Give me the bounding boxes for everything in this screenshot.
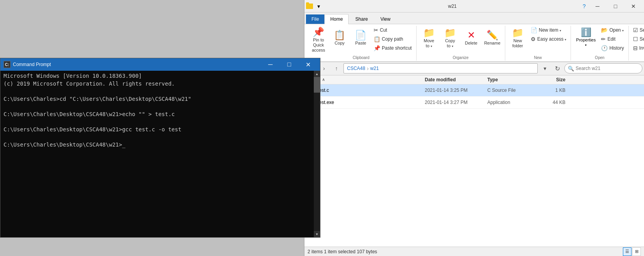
invert-selection-button[interactable]: ⊟ Invert selection bbox=[631, 44, 644, 52]
move-to-button[interactable]: 📁 Moveto ▾ bbox=[419, 26, 439, 51]
copy-to-button[interactable]: 📁 Copyto ▾ bbox=[440, 26, 460, 51]
cmd-scroll-track[interactable] bbox=[314, 77, 320, 231]
tab-share[interactable]: Share bbox=[349, 14, 374, 24]
new-folder-label: Newfolder bbox=[512, 38, 523, 48]
file-row-test-c[interactable]: C test.c 2021-01-14 3:25 PM C Source Fil… bbox=[304, 84, 644, 97]
new-item-button[interactable]: 📄 New item ▾ bbox=[529, 26, 569, 34]
pin-label: Pin to Quickaccess bbox=[309, 38, 328, 53]
ribbon-group-organize: 📁 Moveto ▾ 📁 Copyto ▾ ✕ Delete ✏️ Rename bbox=[417, 26, 505, 61]
view-icons: ☰ ⊞ bbox=[623, 247, 641, 256]
tab-view[interactable]: View bbox=[374, 14, 396, 24]
help-button[interactable]: ? bbox=[580, 2, 589, 11]
maximize-button[interactable]: □ bbox=[606, 0, 624, 13]
edit-button[interactable]: ✏ Edit bbox=[599, 35, 626, 43]
address-w21[interactable]: w21 bbox=[370, 66, 379, 71]
file-name-test-c: test.c bbox=[318, 88, 425, 93]
paste-label: Paste bbox=[355, 41, 366, 46]
close-button[interactable]: ✕ bbox=[624, 0, 642, 13]
ribbon-group-clipboard: 📌 Pin to Quickaccess 📋 Copy 📄 Paste ✂ bbox=[306, 26, 417, 61]
search-box[interactable]: 🔍 bbox=[564, 63, 642, 73]
copy-path-label: Copy path bbox=[382, 36, 403, 42]
invert-selection-icon: ⊟ bbox=[633, 45, 638, 51]
new-folder-button[interactable]: 📁 Newfolder bbox=[508, 26, 528, 51]
cmd-maximize-button[interactable]: □ bbox=[280, 59, 298, 70]
column-size[interactable]: Size bbox=[534, 77, 565, 82]
cmd-content[interactable]: Microsoft Windows [Version 10.0.18363.90… bbox=[0, 71, 320, 237]
history-icon: 🕐 bbox=[601, 45, 608, 51]
search-icon: 🔍 bbox=[568, 66, 574, 72]
address-dropdown-button[interactable]: ▾ bbox=[539, 63, 550, 74]
copy-path-button[interactable]: 📋 Copy path bbox=[372, 35, 414, 43]
delete-button[interactable]: ✕ Delete bbox=[461, 26, 481, 51]
column-date[interactable]: Date modified bbox=[425, 77, 487, 82]
new-item-icon: 📄 bbox=[531, 27, 537, 33]
cut-button[interactable]: ✂ Cut bbox=[372, 26, 414, 34]
easy-access-label: Easy access ▾ bbox=[537, 36, 567, 42]
copy-to-icon: 📁 bbox=[444, 28, 456, 38]
copy-button-large[interactable]: 📋 Copy bbox=[329, 26, 350, 51]
address-csca48[interactable]: CSCA48 bbox=[347, 66, 365, 71]
clipboard-group-label: Clipboard bbox=[308, 55, 414, 61]
cmd-scroll-up[interactable]: ▲ bbox=[314, 71, 320, 77]
paste-shortcut-button[interactable]: 📌 Paste shortcut bbox=[372, 44, 414, 52]
folder-icon bbox=[306, 4, 313, 9]
cmd-close-button[interactable]: ✕ bbox=[299, 59, 317, 70]
file-size-test-exe: 44 KB bbox=[534, 100, 565, 105]
pin-icon: 📌 bbox=[313, 27, 324, 37]
column-name[interactable]: Name ∧ bbox=[308, 77, 425, 82]
file-list-header: Name ∧ Date modified Type Size bbox=[304, 75, 644, 84]
select-none-icon: ☐ bbox=[633, 36, 638, 42]
tab-file[interactable]: File bbox=[306, 14, 324, 24]
select-none-label: Select none bbox=[640, 36, 644, 42]
quick-access-toolbar: ▾ bbox=[306, 2, 323, 11]
file-row-test-exe[interactable]: ▶ test.exe 2021-01-14 3:27 PM Applicatio… bbox=[304, 97, 644, 109]
paste-button[interactable]: 📄 Paste bbox=[351, 26, 371, 51]
select-none-button[interactable]: ☐ Select none bbox=[631, 35, 644, 43]
cmd-scroll-down[interactable]: ▼ bbox=[314, 231, 320, 237]
clipboard-small-buttons: ✂ Cut 📋 Copy path 📌 Paste shortcut bbox=[372, 26, 414, 52]
copy-label: Copy bbox=[335, 41, 345, 46]
new-small-buttons: 📄 New item ▾ ⚙ Easy access ▾ bbox=[529, 26, 569, 43]
minimize-button[interactable]: ─ bbox=[589, 0, 606, 13]
select-small-buttons: ☑ Select all ☐ Select none ⊟ Invert sele… bbox=[631, 26, 644, 52]
cmd-icon: C: bbox=[4, 61, 11, 68]
history-button[interactable]: 🕐 History bbox=[599, 44, 626, 52]
cmd-scroll-thumb[interactable] bbox=[314, 77, 320, 93]
qat-dropdown[interactable]: ▾ bbox=[314, 2, 323, 11]
details-view-button[interactable]: ☰ bbox=[623, 247, 631, 256]
open-icon: 📂 bbox=[601, 27, 608, 33]
file-name-test-exe: test.exe bbox=[318, 100, 425, 105]
select-group-label: Select bbox=[631, 55, 644, 61]
ribbon-group-select: ☑ Select all ☐ Select none ⊟ Invert sele… bbox=[629, 26, 644, 61]
cmd-scrollbar[interactable]: ▲ ▼ bbox=[314, 71, 320, 237]
window-controls: ─ □ ✕ bbox=[589, 0, 642, 13]
select-all-button[interactable]: ☑ Select all bbox=[631, 26, 644, 34]
up-button[interactable]: ↑ bbox=[331, 63, 342, 74]
select-all-label: Select all bbox=[640, 27, 644, 33]
explorer-window: ▾ w21 ? ─ □ ✕ File Home Share View 📌 Pin… bbox=[304, 0, 644, 256]
properties-button[interactable]: ℹ️ Properties ▾ bbox=[573, 26, 598, 48]
open-button[interactable]: 📂 Open ▾ bbox=[599, 26, 626, 34]
large-icons-view-button[interactable]: ⊞ bbox=[632, 247, 641, 256]
ribbon-group-new: 📁 Newfolder 📄 New item ▾ ⚙ Easy access ▾… bbox=[505, 26, 571, 61]
ribbon-tabs: File Home Share View bbox=[304, 13, 644, 24]
cmd-title: Command Prompt bbox=[13, 62, 261, 67]
refresh-button[interactable]: ↻ bbox=[552, 63, 563, 74]
open-buttons: ℹ️ Properties ▾ 📂 Open ▾ ✏ Edit 🕐 bbox=[573, 26, 626, 55]
file-type-test-c: C Source File bbox=[487, 88, 534, 93]
move-to-icon: 📁 bbox=[423, 28, 435, 38]
tab-home[interactable]: Home bbox=[324, 14, 349, 24]
paste-icon: 📄 bbox=[355, 30, 367, 40]
new-buttons: 📁 Newfolder 📄 New item ▾ ⚙ Easy access ▾ bbox=[508, 26, 569, 55]
rename-button[interactable]: ✏️ Rename bbox=[482, 26, 503, 51]
pin-to-quick-access-button[interactable]: 📌 Pin to Quickaccess bbox=[308, 26, 329, 55]
easy-access-button[interactable]: ⚙ Easy access ▾ bbox=[529, 35, 569, 43]
cmd-minimize-button[interactable]: ─ bbox=[261, 59, 279, 70]
cmd-text: Microsoft Windows [Version 10.0.18363.90… bbox=[4, 72, 317, 149]
address-path[interactable]: CSCA48 › w21 bbox=[343, 63, 538, 73]
explorer-titlebar: ▾ w21 ? ─ □ ✕ bbox=[304, 0, 644, 13]
cut-icon: ✂ bbox=[374, 27, 378, 33]
ribbon: 📌 Pin to Quickaccess 📋 Copy 📄 Paste ✂ bbox=[304, 24, 644, 62]
search-input[interactable] bbox=[576, 66, 639, 71]
column-type[interactable]: Type bbox=[487, 77, 534, 82]
